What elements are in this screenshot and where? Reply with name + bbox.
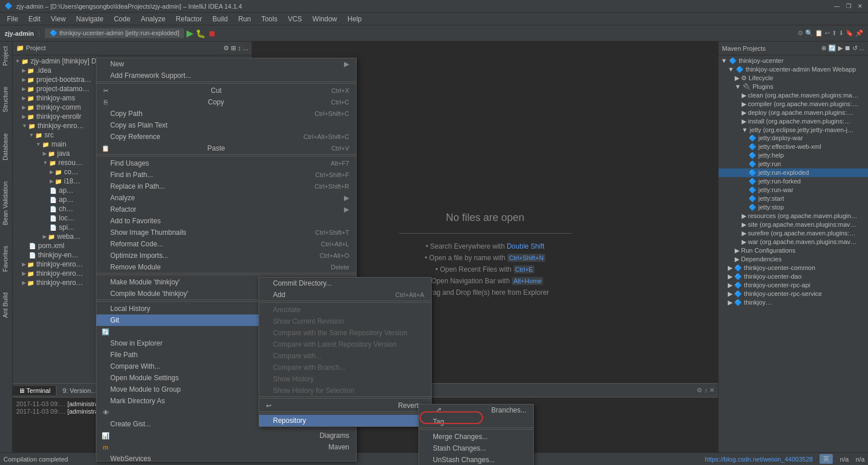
menu-item-maven[interactable]: m Maven [96, 441, 356, 453]
close-button[interactable]: ✕ [856, 3, 863, 10]
run-configuration[interactable]: 🔷 thinkjoy-ucenter-admin [jetty:run-expl… [45, 28, 184, 38]
menu-item-copy[interactable]: ⎘ Copy Ctrl+C [96, 96, 356, 108]
maven-ucenter-dao[interactable]: ▶ 🔷 thinkjoy-ucenter-dao [719, 272, 868, 281]
left-tab-structure[interactable]: Structure [0, 82, 12, 117]
repo-item-unstash[interactable]: UnStash Changes... [419, 454, 533, 465]
maven-jetty-run-war[interactable]: 🔷 jetty:run-war [719, 186, 868, 194]
maven-site[interactable]: ▶ site (org.apache.maven.plugins:mav… [719, 220, 868, 229]
repo-item-tag[interactable]: Tag... [419, 416, 533, 428]
menu-build[interactable]: Build [208, 14, 233, 24]
menu-item-remove-module[interactable]: Remove Module Delete [96, 261, 356, 273]
menu-vcs[interactable]: VCS [283, 14, 307, 24]
maximize-button[interactable]: ❐ [845, 3, 852, 10]
maven-jetty-help[interactable]: 🔷 jetty:help [719, 151, 868, 160]
menu-navigate[interactable]: Navigate [72, 14, 108, 24]
maven-surefire[interactable]: ▶ surefire (org.apache.maven.plugins:… [719, 229, 868, 238]
minimize-button[interactable]: — [833, 3, 840, 10]
git-item-annotate: Annotate [259, 304, 431, 316]
menu-help[interactable]: Help [343, 14, 366, 24]
tree-resou-label: resou… [58, 159, 83, 167]
menu-file[interactable]: File [2, 14, 23, 24]
debug-button[interactable]: 🐛 [196, 29, 205, 38]
left-tab-favorites[interactable]: Favorites [0, 241, 12, 276]
left-tab-project[interactable]: Project [0, 42, 12, 70]
project-name-label: zjy-admin [5, 30, 34, 37]
maven-jetty-run[interactable]: 🔷 jetty:run [719, 160, 868, 168]
menu-item-cut[interactable]: ✂ Cut Ctrl+X [96, 85, 356, 96]
menu-window[interactable]: Window [308, 14, 342, 24]
menu-item-optimize[interactable]: Optimize Imports... Ctrl+Alt+O [96, 250, 356, 261]
run-button[interactable]: ▶ [186, 28, 193, 39]
maven-jetty-stop[interactable]: 🔷 jetty:stop [719, 203, 868, 212]
title-bar-controls: — ❐ ✕ [833, 3, 863, 10]
git-item-add[interactable]: Add Ctrl+Alt+A [259, 289, 431, 301]
menu-item-find-usages[interactable]: Find Usages Alt+F7 [96, 158, 356, 169]
menu-item-reformat[interactable]: Reformat Code... Ctrl+Alt+L [96, 238, 356, 250]
menu-analyze[interactable]: Analyze [136, 14, 170, 24]
maven-war[interactable]: ▶ war (org.apache.maven.plugins:mav… [719, 238, 868, 246]
menu-edit[interactable]: Edit [24, 14, 45, 24]
menu-item-copy-path[interactable]: Copy Path Ctrl+Shift+C [96, 108, 356, 119]
menu-item-replace-path[interactable]: Replace in Path... Ctrl+Shift+R [96, 181, 356, 192]
git-item-repository[interactable]: Repository ▶ [259, 415, 431, 426]
maven-jetty[interactable]: ▼ jetty (org.eclipse.jetty:jetty-maven-j… [719, 126, 868, 134]
maven-resources[interactable]: ▶ resources (org.apache.maven.plugin… [719, 212, 868, 220]
menu-refactor[interactable]: Refactor [171, 14, 207, 24]
maven-lifecycle[interactable]: ▶ ⚙ Lifecycle [719, 74, 868, 82]
left-tab-database[interactable]: Database [0, 129, 12, 165]
left-tab-ant[interactable]: Ant Build [0, 288, 12, 322]
maven-clean[interactable]: ▶ clean (org.apache.maven.plugins:ma… [719, 91, 868, 100]
maven-ucenter-common[interactable]: ▶ 🔷 thinkjoy-ucenter-common [719, 264, 868, 272]
menu-item-analyze[interactable]: Analyze ▶ [96, 192, 356, 204]
maven-install[interactable]: ▶ install (org.apache.maven.plugins:… [719, 117, 868, 126]
menu-item-add-favorites[interactable]: Add to Favorites [96, 215, 356, 227]
menu-item-add-framework[interactable]: Add Framework Support... [96, 70, 356, 82]
git-label-add: Add [273, 291, 285, 299]
repo-item-branches[interactable]: ⎇ Branches... [419, 404, 533, 416]
find-path-shortcut: Ctrl+Shift+F [315, 171, 349, 178]
maven-plugins[interactable]: ▼ 🔌 Plugins [719, 82, 868, 91]
git-item-commit-dir[interactable]: Commit Directory... [259, 278, 431, 289]
left-tab-validation[interactable]: Bean Validation [0, 177, 12, 230]
maven-ucenter-rpc-api[interactable]: ▶ 🔷 thinkjoy-ucenter-rpc-api [719, 281, 868, 290]
maven-compiler[interactable]: ▶ compiler (org.apache.maven.plugins:… [719, 100, 868, 108]
branches-icon: ⎇ [433, 407, 442, 414]
menu-label-maven: Maven [328, 443, 349, 451]
stop-button[interactable]: ⏹ [208, 29, 216, 38]
menu-item-find-path[interactable]: Find in Path... Ctrl+Shift+F [96, 169, 356, 181]
maven-ucenter[interactable]: ▼ 🔷 thinkjoy-ucenter [719, 57, 868, 65]
debug-tab-terminal[interactable]: 🖥 Terminal [13, 386, 57, 395]
maven-jetty-start[interactable]: 🔷 jetty:start [719, 194, 868, 203]
menu-item-refactor[interactable]: Refactor ▶ [96, 204, 356, 215]
maven-jetty-deploy[interactable]: 🔷 jetty:deploy-war [719, 134, 868, 142]
menu-item-thumbnails[interactable]: Show Image Thumbnails Ctrl+Shift+T [96, 227, 356, 238]
maven-jetty-run-exploded[interactable]: 🔷 jetty:run-exploded [719, 168, 868, 177]
menu-item-copy-plain[interactable]: Copy as Plain Text [96, 119, 356, 131]
maven-dependencies[interactable]: ▶ Dependencies [719, 255, 868, 264]
maven-deploy[interactable]: ▶ deploy (org.apache.maven.plugins:… [719, 108, 868, 117]
maven-run-configs[interactable]: ▶ Run Configurations [719, 246, 868, 255]
maven-ucenter-admin[interactable]: ▼ 🔷 thinkjoy-ucenter-admin Maven Webapp [719, 65, 868, 74]
repo-item-merge[interactable]: Merge Changes... [419, 431, 533, 442]
menu-item-diagrams[interactable]: 📊 Diagrams [96, 430, 356, 441]
menu-item-paste[interactable]: 📋 Paste Ctrl+V [96, 142, 356, 155]
menu-item-copy-ref[interactable]: Copy Reference Ctrl+Alt+Shift+C [96, 131, 356, 142]
maven-ucenter-rpc-service[interactable]: ▶ 🔷 thinkjoy-ucenter-rpc-service [719, 290, 868, 298]
tree-spi-label: spi… [59, 223, 74, 231]
maven-jetty-run-forked[interactable]: 🔷 jetty:run-forked [719, 177, 868, 186]
menu-tools[interactable]: Tools [257, 14, 282, 24]
menu-code[interactable]: Code [109, 14, 135, 24]
git-sep-3 [259, 413, 431, 414]
repo-item-stash[interactable]: Stash Changes... [419, 442, 533, 454]
git-item-revert[interactable]: ↩ Revert... [259, 400, 431, 412]
menu-run[interactable]: Run [234, 14, 256, 24]
maven-thinkjoy[interactable]: ▶ 🔷 thinkjoy… [719, 298, 868, 307]
tree-enro-label: thinkjoy-enro… [38, 122, 84, 130]
maven-jetty-effective[interactable]: 🔷 jetty:effective-web-xml [719, 142, 868, 151]
repo-label-merge: Merge Changes... [433, 433, 488, 441]
menu-item-webservices[interactable]: WebServices [96, 453, 356, 462]
menu-label-add-framework: Add Framework Support... [110, 72, 191, 80]
menu-item-new[interactable]: New ▶ [96, 58, 356, 70]
menu-view[interactable]: View [46, 14, 70, 24]
menu-label-diagrams: Diagrams [320, 432, 349, 440]
